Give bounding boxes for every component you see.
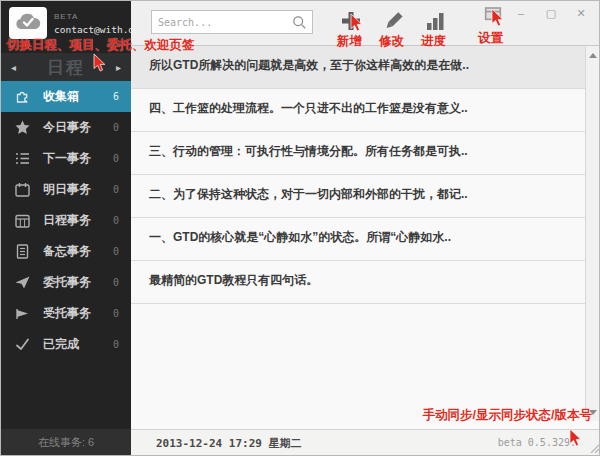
annotation-sync-note: 手动同步/显示同步状态/版本号: [423, 407, 592, 424]
memo-icon: [14, 243, 31, 260]
sidebar-item-count: 0: [113, 215, 119, 226]
task-row[interactable]: 四、工作篮的处理流程。一个只进不出的工作篮是没有意义..: [131, 89, 587, 132]
tab-header: ◂ 日程 ▸: [1, 53, 131, 81]
task-row[interactable]: 一、GTD的核心就是“心静如水”的状态。所谓“心静如水..: [131, 218, 587, 261]
beta-badge: BETA: [54, 12, 78, 21]
sidebar-item-label: 日程事务: [43, 212, 113, 229]
status-bar-main: 2013-12-24 17:29 星期二 beta 0.5.329.: [131, 429, 600, 455]
sidebar-item-next[interactable]: 下一事务 0: [1, 143, 131, 174]
sidebar-item-label: 收集箱: [43, 88, 113, 105]
sidebar-item-tomorrow[interactable]: 明日事务 0: [1, 174, 131, 205]
main-toolbar: – ▢ ✕: [131, 1, 600, 46]
search-input[interactable]: [158, 11, 288, 33]
send-icon: [14, 274, 31, 291]
datetime-label: 2013-12-24 17:29 星期二: [156, 436, 302, 451]
sidebar-item-entrusted[interactable]: 受托事务 0: [1, 298, 131, 329]
minimize-button[interactable]: –: [511, 5, 531, 21]
sidebar-item-inbox[interactable]: 收集箱 6: [1, 81, 131, 112]
scroll-up-icon[interactable]: [586, 48, 600, 62]
sidebar-item-label: 今日事务: [43, 119, 113, 136]
sidebar-item-count: 0: [113, 122, 119, 133]
star-icon: [14, 119, 31, 136]
calendar-next-icon: [14, 181, 31, 198]
search-icon[interactable]: [292, 15, 307, 30]
account-email[interactable]: contact@with.do: [54, 24, 140, 35]
sidebar-item-completed[interactable]: 已完成 0: [1, 329, 131, 360]
tab-prev-arrow-icon[interactable]: ◂: [11, 62, 16, 73]
list-icon: [14, 150, 31, 167]
sidebar-item-label: 委托事务: [43, 274, 113, 291]
sidebar-item-count: 6: [113, 91, 119, 102]
sidebar-item-schedule[interactable]: 日程事务 0: [1, 205, 131, 236]
cloud-sync-icon[interactable]: [9, 7, 47, 39]
progress-button[interactable]: [423, 10, 447, 32]
maximize-button[interactable]: ▢: [541, 5, 561, 21]
current-tab-title[interactable]: 日程: [47, 56, 85, 79]
sidebar-item-label: 备忘事务: [43, 243, 113, 260]
scrollbar[interactable]: [585, 46, 599, 421]
status-bar: 在线事务: 6 2013-12-24 17:29 星期二 beta 0.5.32…: [1, 429, 600, 455]
sidebar-item-count: 0: [113, 339, 119, 350]
flag-icon: [14, 305, 31, 322]
sidebar-item-delegated[interactable]: 委托事务 0: [1, 267, 131, 298]
calendar-icon: [14, 212, 31, 229]
sidebar-item-count: 0: [113, 308, 119, 319]
sidebar-item-count: 0: [113, 184, 119, 195]
close-button[interactable]: ✕: [571, 5, 591, 21]
sidebar-item-memo[interactable]: 备忘事务 0: [1, 236, 131, 267]
app-window: BETA contact@with.do ◂ 日程 ▸ 收集箱 6 今日事务 0…: [0, 0, 600, 456]
sidebar-item-label: 已完成: [43, 336, 113, 353]
scroll-down-icon[interactable]: [586, 405, 600, 419]
search-box: [151, 10, 313, 34]
task-list: 所以GTD所解决的问题就是高效，至于你这样高效的是在做.. 四、工作篮的处理流程…: [131, 46, 587, 304]
task-row[interactable]: 所以GTD所解决的问题就是高效，至于你这样高效的是在做..: [131, 46, 587, 89]
online-tasks-status: 在线事务: 6: [1, 429, 131, 455]
tab-next-arrow-icon[interactable]: ▸: [116, 62, 121, 73]
task-row[interactable]: 最精简的GTD教程只有四句话。: [131, 261, 587, 304]
edit-button[interactable]: [381, 10, 405, 32]
version-label[interactable]: beta 0.5.329.: [498, 437, 576, 448]
sidebar-item-count: 0: [113, 246, 119, 257]
sidebar-item-today[interactable]: 今日事务 0: [1, 112, 131, 143]
sidebar-item-label: 下一事务: [43, 150, 113, 167]
sidebar: BETA contact@with.do ◂ 日程 ▸ 收集箱 6 今日事务 0…: [1, 1, 131, 431]
sidebar-item-label: 明日事务: [43, 181, 113, 198]
settings-button[interactable]: [483, 6, 503, 22]
task-row[interactable]: 三、行动的管理：可执行性与情境分配。所有任务都是可执..: [131, 132, 587, 175]
sidebar-item-count: 0: [113, 153, 119, 164]
task-row[interactable]: 二、为了保持这种状态，对于一切内部和外部的干扰，都记..: [131, 175, 587, 218]
sidebar-item-label: 受托事务: [43, 305, 113, 322]
puzzle-icon: [14, 88, 31, 105]
add-button[interactable]: [339, 10, 363, 32]
sidebar-nav: 收集箱 6 今日事务 0 下一事务 0 明日事务 0 日程事务 0: [1, 81, 131, 360]
sidebar-item-count: 0: [113, 277, 119, 288]
check-icon: [14, 336, 31, 353]
account-area: BETA contact@with.do: [1, 1, 131, 51]
resize-grip[interactable]: [589, 443, 599, 453]
